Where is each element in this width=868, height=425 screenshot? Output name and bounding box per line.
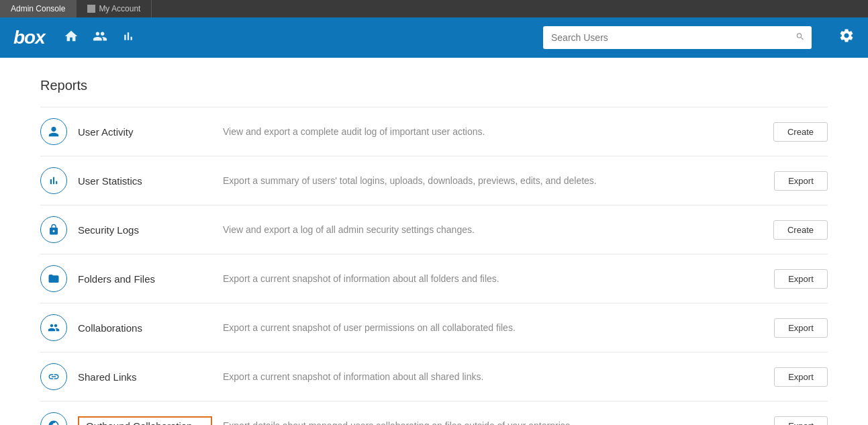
collaborations-name: Collaborations (78, 322, 212, 334)
users-icon[interactable] (92, 29, 108, 47)
shared-links-name: Shared Links (78, 371, 212, 383)
report-row-outbound-collaboration: Outbound CollaborationExport details abo… (40, 401, 828, 425)
header: box (0, 17, 868, 58)
tab-bar: Admin Console My Account (0, 0, 868, 17)
folders-and-files-description: Export a current snapshot of information… (223, 273, 763, 284)
security-logs-create-button[interactable]: Create (773, 220, 828, 240)
report-row-shared-links: Shared LinksExport a current snapshot of… (40, 352, 828, 401)
user-statistics-icon (40, 167, 67, 194)
user-statistics-description: Export a summary of users' total logins,… (223, 175, 763, 186)
tab-admin-console-label: Admin Console (11, 4, 65, 13)
outbound-collaboration-icon (40, 412, 67, 425)
shared-links-description: Export a current snapshot of information… (223, 371, 763, 382)
tab-my-account[interactable]: My Account (77, 0, 152, 17)
user-statistics-export-button[interactable]: Export (774, 171, 828, 191)
home-icon[interactable] (64, 29, 79, 47)
search-bar (543, 26, 812, 49)
shared-links-export-button[interactable]: Export (774, 367, 828, 387)
report-row-collaborations: CollaborationsExport a current snapshot … (40, 303, 828, 352)
outbound-collaboration-export-button[interactable]: Export (774, 416, 828, 426)
user-activity-create-button[interactable]: Create (773, 122, 828, 142)
collaborations-export-button[interactable]: Export (774, 318, 828, 338)
box-logo[interactable]: box (13, 27, 45, 48)
reports-list: User ActivityView and export a complete … (40, 107, 828, 425)
outbound-collaboration-description: Export details about managed users colla… (223, 420, 763, 425)
shared-links-icon (40, 363, 67, 390)
tab-admin-console[interactable]: Admin Console (0, 0, 77, 17)
folders-and-files-icon (40, 265, 67, 292)
chart-icon[interactable] (122, 29, 135, 47)
page-title: Reports (40, 78, 828, 93)
user-activity-icon (40, 118, 67, 145)
user-activity-name: User Activity (78, 126, 212, 138)
user-statistics-name: User Statistics (78, 175, 212, 187)
collaborations-icon (40, 314, 67, 341)
tab-my-account-icon (87, 5, 95, 13)
collaborations-description: Export a current snapshot of user permis… (223, 322, 763, 333)
report-row-folders-and-files: Folders and FilesExport a current snapsh… (40, 254, 828, 303)
search-input[interactable] (543, 26, 812, 49)
folders-and-files-name: Folders and Files (78, 273, 212, 285)
user-activity-description: View and export a complete audit log of … (223, 126, 763, 137)
tab-my-account-label: My Account (99, 4, 140, 13)
report-row-user-statistics: User StatisticsExport a summary of users… (40, 156, 828, 205)
outbound-collaboration-name: Outbound Collaboration (78, 416, 212, 426)
report-row-security-logs: Security LogsView and export a log of al… (40, 205, 828, 254)
search-icon (795, 32, 805, 44)
main-content: Reports User ActivityView and export a c… (0, 58, 868, 425)
report-row-user-activity: User ActivityView and export a complete … (40, 107, 828, 156)
security-logs-description: View and export a log of all admin secur… (223, 224, 763, 235)
gear-icon[interactable] (838, 28, 855, 48)
security-logs-name: Security Logs (78, 224, 212, 236)
security-logs-icon (40, 216, 67, 243)
folders-and-files-export-button[interactable]: Export (774, 269, 828, 289)
